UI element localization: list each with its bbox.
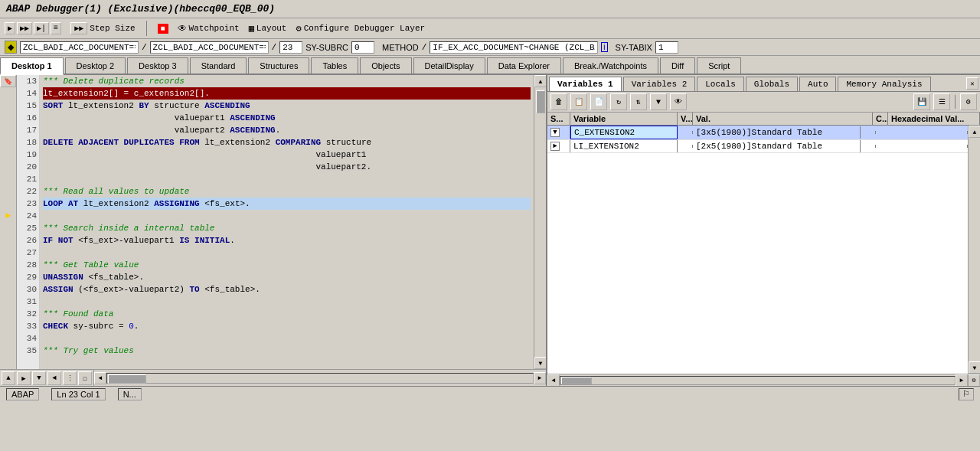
code-line-21 [43, 173, 531, 185]
scroll-down-btn[interactable]: ▼ [534, 357, 546, 369]
code-text-area[interactable]: *** Delete duplicate records lt_extensio… [40, 75, 534, 369]
code-line-34 [43, 332, 531, 345]
panel-btn-3[interactable]: ▼ [32, 371, 46, 385]
configure-btn[interactable]: ⚙ Configure Debugger Layer [296, 23, 425, 34]
rtb-watch[interactable]: 👁 [670, 93, 687, 110]
panel-btn-2[interactable]: ▶ [17, 371, 31, 385]
gutter-row-18 [0, 149, 16, 161]
rtb-filter[interactable]: ▼ [650, 93, 667, 110]
code-line-32: *** Found data [43, 308, 531, 320]
tab-variables1[interactable]: Variables 1 [549, 77, 622, 91]
code-scroll-h[interactable]: ◄ ► [94, 370, 546, 386]
right-panel-scroll-h[interactable]: ◄ ► ⚙ [547, 374, 980, 386]
right-panel-close[interactable]: ✕ [966, 77, 978, 91]
tab-script[interactable]: Script [697, 57, 741, 74]
method-field[interactable] [430, 41, 598, 54]
rp-scroll-down[interactable]: ▼ [969, 361, 980, 374]
tab-variables2[interactable]: Variables 2 [623, 77, 696, 91]
right-panel-scroll-v[interactable]: ▲ ▼ [968, 126, 980, 374]
tab-desktop3[interactable]: Desktop 3 [127, 57, 188, 74]
tab-detaildisplay[interactable]: DetailDisplay [413, 57, 485, 74]
col-val: Val. [693, 113, 873, 125]
tab-watchpoints[interactable]: Break./Watchpoints [563, 57, 658, 74]
var-row1-hex [876, 131, 968, 134]
var-row1-val: [3x5(1980)]Standard Table [693, 126, 861, 139]
rtb-paste[interactable]: 📄 [590, 93, 607, 110]
toolbar: ▶ ▶▶ ▶| ≡ ▶▶ Step Size ■ 👁 Watchpoint ▦ … [0, 18, 980, 39]
addr-field1[interactable] [20, 41, 139, 54]
gutter-row-26 [0, 247, 16, 259]
panel-btn-1[interactable]: ▲ [2, 371, 15, 385]
code-scroll-v[interactable]: ▲ ▼ [534, 75, 546, 369]
tab-globals[interactable]: Globals [746, 77, 798, 91]
col-hex: Hexadecimal Val... [888, 113, 980, 125]
panel-btn-4[interactable]: ◄ [47, 371, 61, 385]
code-line-19: valuepart1 [43, 149, 531, 161]
rtb-refresh[interactable]: ↻ [610, 93, 627, 110]
code-line-26: IF NOT <fs_ext>-valuepart1 IS INITIAL. [43, 234, 531, 247]
tab-auto[interactable]: Auto [799, 77, 836, 91]
status-icon[interactable]: ⚐ [959, 388, 974, 400]
sy-tabix-field[interactable] [655, 41, 678, 54]
close-right-panel[interactable]: ✕ [966, 77, 978, 90]
rtb-extra1[interactable]: ☰ [933, 93, 950, 110]
code-line-35: *** Try get values [43, 345, 531, 357]
gutter-row-20 [0, 173, 16, 185]
rtb-extra2[interactable]: ⚙ [960, 93, 977, 110]
scroll-up-btn[interactable]: ▲ [534, 75, 546, 87]
step-size-btn[interactable]: ▶▶ Step Size [70, 22, 135, 34]
tab-objects[interactable]: Objects [360, 57, 411, 74]
col-s: S... [547, 113, 570, 125]
expand-btn-1[interactable]: ▼ [550, 128, 560, 137]
rtb-save[interactable]: 💾 [913, 93, 930, 110]
stop-btn[interactable]: ■ [158, 24, 168, 34]
code-line-33: CHECK sy-subrc = 0. [43, 320, 531, 332]
addr-field2[interactable] [150, 41, 269, 54]
tab-tables[interactable]: Tables [311, 57, 358, 74]
sy-subrc-field[interactable] [351, 41, 374, 54]
rtb-sort[interactable]: ⇅ [630, 93, 647, 110]
rp-extra-btn[interactable]: ⚙ [968, 374, 980, 387]
code-bottom-controls: ▲ ▶ ▼ ◄ ⋮ ☐ ◄ ► [0, 369, 546, 386]
var-table-body: ▼ C_EXTENSION2 [3x5(1980)]Standard Table… [547, 126, 968, 374]
tab-diff[interactable]: Diff [660, 57, 695, 74]
var-row-2[interactable]: ► LI_EXTENSION2 [2x5(1980)]Standard Tabl… [547, 140, 968, 153]
rtb-delete[interactable]: 🗑 [550, 93, 567, 110]
tab-structures[interactable]: Structures [248, 57, 309, 74]
panel-btn-6[interactable]: ☐ [78, 371, 92, 385]
code-line-17: valuepart2 ASCENDING. [43, 124, 531, 136]
rp-scroll-right[interactable]: ► [956, 374, 968, 387]
var-row-1[interactable]: ▼ C_EXTENSION2 [3x5(1980)]Standard Table [547, 126, 968, 140]
code-line-23: LOOP AT lt_extension2 ASSIGNING <fs_ext>… [43, 198, 531, 210]
rtb-copy[interactable]: 📋 [570, 93, 587, 110]
gutter-bookmark[interactable]: 🔖 [0, 75, 16, 87]
nav-icon-1[interactable]: ▶ ▶▶ ▶| ≡ [5, 22, 61, 34]
status-bar: ABAP Ln 23 Col 1 N... ⚐ [0, 386, 980, 401]
tab-locals[interactable]: Locals [697, 77, 744, 91]
tab-desktop2[interactable]: Desktop 2 [65, 57, 126, 74]
var-row1-v [678, 131, 693, 134]
code-line-16: valuepart1 ASCENDING [43, 112, 531, 124]
code-line-27 [43, 247, 531, 259]
info-btn[interactable]: i [601, 42, 607, 52]
gutter-row-35 [0, 357, 16, 369]
tab-standard[interactable]: Standard [190, 57, 247, 74]
col-variable: Variable [570, 113, 678, 125]
tab-memory-analysis[interactable]: Memory Analysis [838, 77, 930, 91]
rp-scroll-up[interactable]: ▲ [969, 126, 980, 138]
addr-field3[interactable] [279, 41, 302, 54]
var-row2-s: ► [547, 140, 570, 152]
status-extra: N... [118, 388, 142, 400]
code-line-14: lt_extension2[] = c_extension2[]. [43, 87, 531, 100]
rp-scroll-left[interactable]: ◄ [547, 374, 560, 387]
expand-btn-2[interactable]: ► [550, 142, 560, 151]
tab-dataexplorer[interactable]: Data Explorer [487, 57, 561, 74]
watchpoint-btn[interactable]: 👁 Watchpoint [178, 23, 240, 34]
panel-btn-5[interactable]: ⋮ [63, 371, 77, 385]
scroll-left-btn[interactable]: ◄ [94, 372, 106, 384]
layout-btn[interactable]: ▦ Layout [249, 23, 287, 34]
scroll-right-btn[interactable]: ► [534, 372, 546, 384]
tab-desktop1[interactable]: Desktop 1 [0, 57, 64, 75]
status-position: Ln 23 Col 1 [51, 388, 105, 400]
var-row1-variable: C_EXTENSION2 [570, 126, 678, 139]
